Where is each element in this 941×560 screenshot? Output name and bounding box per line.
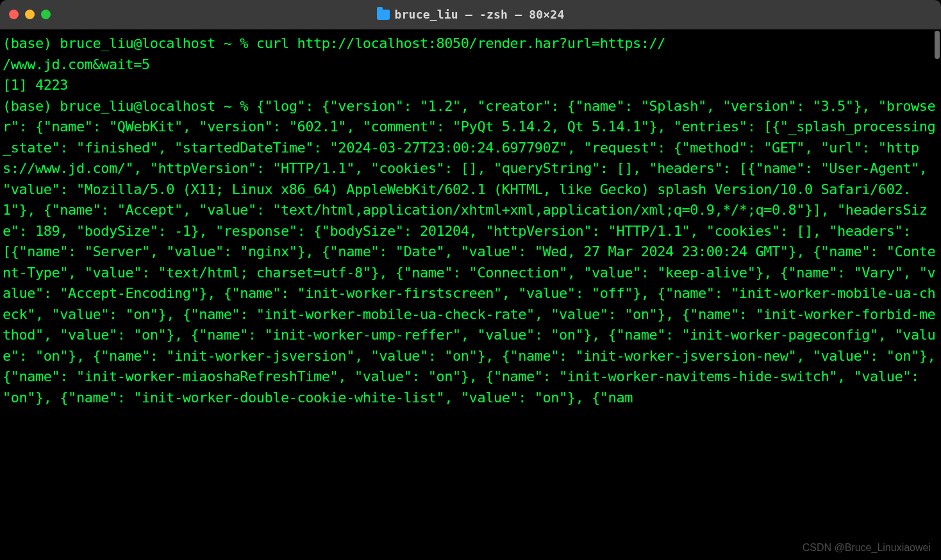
title-wrap: bruce_liu — -zsh — 80×24	[0, 8, 941, 21]
terminal-output[interactable]: (base) bruce_liu@localhost ~ % curl http…	[0, 29, 941, 560]
close-icon[interactable]	[9, 10, 19, 19]
scrollbar-thumb[interactable]	[935, 31, 940, 59]
terminal-window: bruce_liu — -zsh — 80×24 (base) bruce_li…	[0, 0, 941, 560]
zoom-icon[interactable]	[41, 10, 51, 19]
window-title: bruce_liu — -zsh — 80×24	[395, 8, 565, 21]
traffic-lights	[9, 10, 51, 19]
watermark: CSDN @Bruce_Linuxiaowei	[803, 542, 931, 554]
minimize-icon[interactable]	[25, 10, 35, 19]
titlebar[interactable]: bruce_liu — -zsh — 80×24	[0, 0, 941, 29]
folder-icon	[377, 10, 390, 20]
scrollbar-track[interactable]	[933, 31, 940, 557]
